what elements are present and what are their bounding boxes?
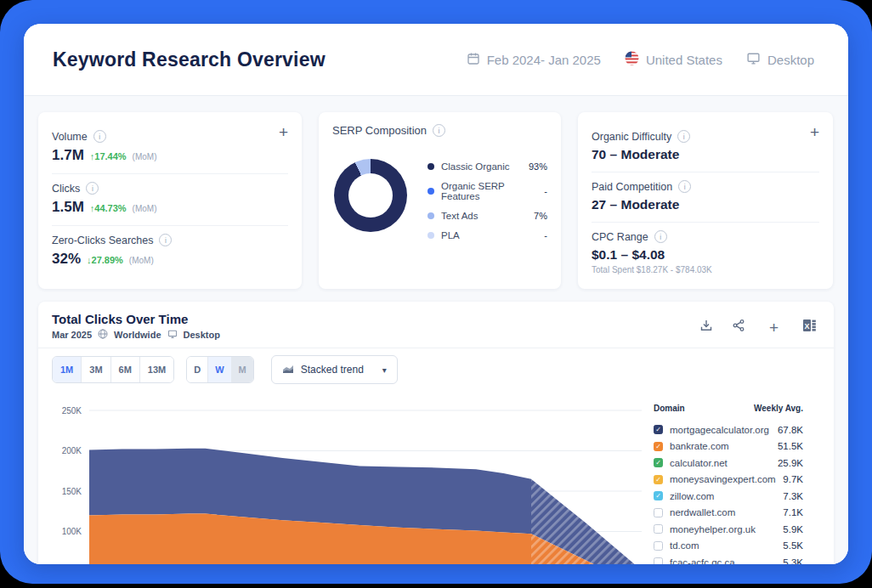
legend-checkbox[interactable] [654, 557, 663, 564]
add-metric-button[interactable]: + [808, 122, 821, 142]
chart-subtitle: Mar 2025 Worldwide Desktop [52, 329, 220, 341]
metric-value: 27 – Moderate [592, 197, 679, 212]
table-row[interactable]: td.com5.5K [654, 538, 803, 555]
weekly-avg-value: 5.3K [783, 557, 803, 564]
range-button-13m[interactable]: 13M [139, 357, 173, 382]
metric-label: Organic Difficulty [592, 131, 671, 143]
domain-label: calculator.net [670, 458, 728, 468]
range-button-1m[interactable]: 1M [53, 357, 81, 382]
info-icon[interactable]: i [93, 130, 106, 143]
device-filter[interactable]: Desktop [746, 51, 814, 68]
table-row[interactable]: ✓calculator.net25.9K [654, 455, 803, 472]
domain-label: zillow.com [670, 491, 714, 501]
serp-content: Classic Organic93%Organic SERP Features-… [332, 159, 549, 250]
domain-label: nerdwallet.com [670, 507, 735, 517]
serp-legend-value: 7% [534, 211, 547, 221]
serp-legend-value: - [544, 186, 547, 196]
serp-legend-item[interactable]: Text Ads7% [428, 211, 547, 221]
device-label: Desktop [767, 53, 814, 67]
globe-icon [98, 329, 108, 341]
date-range-filter[interactable]: Feb 2024- Jan 2025 [467, 52, 601, 68]
metric-item: Zero-Clicks Searchesi32%↓27.89%(MoM) [52, 225, 288, 277]
granularity-button-m[interactable]: M [231, 357, 253, 382]
download-icon[interactable] [699, 319, 713, 336]
weekly-avg-value: 9.7K [783, 474, 803, 484]
info-icon[interactable]: i [86, 182, 99, 195]
legend-checkbox[interactable]: ✓ [654, 475, 663, 484]
weekly-avg-value: 7.3K [783, 491, 803, 501]
domain-column-header: Domain [654, 404, 685, 413]
serp-legend-label: Organic SERP Features [441, 181, 544, 201]
chart-title: Total Clicks Over Time [52, 312, 220, 326]
info-icon[interactable]: i [654, 230, 667, 243]
serp-legend-item[interactable]: Classic Organic93% [428, 161, 547, 172]
svg-text:250K: 250K [62, 406, 82, 416]
serp-donut-chart [334, 159, 407, 232]
table-row[interactable]: fcac-acfc.gc.ca5.3K [654, 554, 803, 564]
legend-checkbox[interactable] [654, 524, 663, 534]
metric-item: CPC Rangei$0.1 – $4.08Total Spent $18.27… [592, 222, 819, 284]
legend-checkbox[interactable]: ✓ [654, 491, 663, 500]
metric-value: 1.7M [52, 147, 84, 164]
granularity-button-w[interactable]: W [207, 357, 230, 382]
metrics-list: Volumei1.7M↑17.44%(MoM)Clicksi1.5M↑44.73… [52, 122, 288, 277]
range-button-3m[interactable]: 3M [81, 357, 110, 382]
table-row[interactable]: nerdwallet.com7.1K [654, 505, 803, 522]
stacked-area-plot[interactable]: 250K200K150K100K [38, 391, 654, 564]
granularity-button-d[interactable]: D [187, 357, 207, 382]
metric-item: Clicksi1.5M↑44.73%(MoM) [52, 173, 288, 225]
svg-text:100K: 100K [62, 527, 82, 536]
metric-value: 1.5M [52, 199, 84, 216]
table-row[interactable]: ✓mortgagecalculator.org67.8K [654, 421, 803, 438]
metric-period: (MoM) [133, 152, 157, 161]
legend-checkbox[interactable] [654, 508, 663, 517]
chart-header: Total Clicks Over Time Mar 2025 Worldwid… [38, 302, 834, 348]
metric-change: ↓27.89% [87, 255, 123, 265]
legend-checkbox[interactable] [654, 541, 663, 551]
metric-label: CPC Range [592, 231, 648, 243]
legend-table-header: Domain Weekly Avg. [654, 402, 803, 414]
weekly-avg-column-header: Weekly Avg. [754, 404, 803, 413]
add-to-dashboard-button[interactable]: + [764, 319, 784, 336]
header-filters: Feb 2024- Jan 2025 United States Desktop [467, 51, 814, 68]
info-icon[interactable]: i [433, 124, 445, 137]
serp-legend-item[interactable]: PLA- [428, 230, 547, 240]
country-label: United States [646, 53, 722, 67]
share-icon[interactable] [732, 319, 745, 336]
serp-legend-label: Classic Organic [441, 161, 510, 172]
volume-metrics-card: + Volumei1.7M↑17.44%(MoM)Clicksi1.5M↑44.… [38, 112, 302, 289]
domain-legend-table: Domain Weekly Avg. ✓mortgagecalculator.o… [654, 391, 834, 564]
weekly-avg-value: 7.1K [783, 507, 803, 517]
table-row[interactable]: ✓moneysavingexpert.com9.7K [654, 472, 803, 489]
legend-checkbox[interactable]: ✓ [654, 425, 663, 434]
granularity-button-group: DWM [186, 356, 254, 383]
serp-legend-label: Text Ads [441, 211, 478, 221]
trend-type-dropdown[interactable]: Stacked trend ▾ [271, 355, 398, 384]
range-button-6m[interactable]: 6M [110, 357, 139, 382]
excel-export-icon[interactable]: X [802, 319, 817, 336]
metric-value: 70 – Moderate [592, 147, 679, 162]
table-row[interactable]: ✓bankrate.com51.5K [654, 438, 803, 455]
calendar-icon [467, 52, 480, 68]
serp-legend: Classic Organic93%Organic SERP Features-… [428, 161, 549, 250]
chart-date-label: Mar 2025 [52, 330, 92, 340]
metric-item: Organic Difficultyi70 – Moderate [592, 122, 819, 172]
info-icon[interactable]: i [677, 130, 690, 143]
screenshot-stage: Keyword Research Overview Feb 2024- Jan … [0, 0, 872, 588]
country-filter[interactable]: United States [625, 51, 722, 68]
legend-checkbox[interactable]: ✓ [654, 442, 663, 451]
info-icon[interactable]: i [678, 180, 691, 193]
add-metric-button[interactable]: + [277, 122, 290, 142]
metric-item: Volumei1.7M↑17.44%(MoM) [52, 122, 288, 173]
metric-label: Clicks [52, 183, 80, 195]
date-range-label: Feb 2024- Jan 2025 [487, 53, 601, 67]
desktop-icon [746, 51, 761, 68]
domain-label: fcac-acfc.gc.ca [670, 557, 735, 564]
table-row[interactable]: ✓zillow.com7.3K [654, 488, 803, 505]
info-icon[interactable]: i [159, 234, 172, 246]
desktop-icon [167, 329, 178, 341]
legend-checkbox[interactable]: ✓ [654, 458, 663, 467]
table-row[interactable]: moneyhelper.org.uk5.9K [654, 521, 803, 538]
serp-legend-item[interactable]: Organic SERP Features- [428, 181, 547, 201]
metric-value: 32% [52, 251, 81, 268]
